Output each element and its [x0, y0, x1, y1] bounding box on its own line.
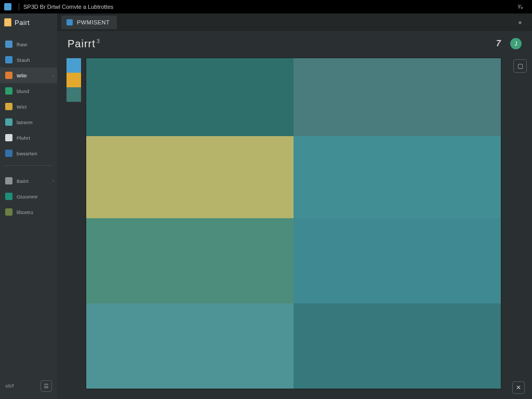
sidebar-icon-6 — [5, 134, 12, 141]
user-avatar[interactable]: J — [510, 38, 522, 49]
sidebar-icon-3 — [5, 87, 12, 95]
paint-app-icon — [4, 18, 11, 26]
sidebar-item-g2-1[interactable]: Gtoommr — [0, 189, 57, 204]
canvas-cell — [294, 303, 501, 389]
chevron-right-icon: › — [52, 179, 54, 183]
sidebar-item-label: Wict — [17, 104, 26, 110]
canvas-cell — [86, 303, 294, 389]
sidebar-item-label: Wlitr — [17, 73, 27, 78]
canvas-cell — [86, 58, 294, 136]
canvas-cell — [86, 136, 294, 218]
sidebar-icon-g2-0 — [5, 177, 12, 184]
window-title-text: SP3D Br Drtwl Comvte a Lubtrottes — [23, 4, 113, 10]
swatch-0[interactable] — [66, 58, 81, 73]
sidebar-icon-4 — [5, 103, 12, 110]
canvas[interactable] — [86, 58, 501, 389]
canvas-cell — [294, 136, 501, 218]
sidebar-item-label: Gtoommr — [17, 194, 38, 200]
sidebar-item-label: Stauh — [17, 57, 30, 63]
sidebar-divider — [4, 165, 53, 166]
bottom-right-status: ✕ — [512, 381, 525, 394]
tab-label: PWMISENT — [77, 19, 110, 25]
sidebar-group-primary: lhaw Stauh Wlitr › ldund Wict latrerm — [0, 36, 57, 161]
sidebar-app-header[interactable]: Pairt — [0, 14, 57, 31]
sidebar-item-label: latrerm — [17, 119, 33, 125]
avatar-initial: J — [515, 41, 517, 47]
sidebar-icon-1 — [5, 56, 12, 63]
workspace: ▢ ✕ — [57, 56, 532, 399]
sidebar: Pairt lhaw Stauh Wlitr › ldund Wi — [0, 14, 57, 399]
save-icon: ▢ — [517, 62, 523, 70]
sidebar-item-label: Pluhrt — [17, 135, 30, 141]
share-icon[interactable]: 7 — [496, 39, 501, 48]
sidebar-item-7[interactable]: bwssrten — [0, 145, 57, 161]
sidebar-item-4[interactable]: Wict — [0, 99, 57, 114]
sidebar-icon-g2-2 — [5, 208, 12, 216]
app-system-icon — [4, 3, 11, 10]
sidebar-item-label: Baiirt — [17, 178, 29, 184]
sidebar-item-6[interactable]: Pluhrt — [0, 130, 57, 145]
titlebar-divider — [19, 3, 19, 10]
window-controls-hint: ³⁄₄ — [518, 4, 533, 10]
close-icon: ✕ — [516, 384, 521, 391]
sidebar-icon-g2-1 — [5, 193, 12, 200]
color-swatch-column — [66, 58, 83, 399]
swatch-1[interactable] — [66, 73, 81, 87]
sidebar-app-label: Pairt — [15, 19, 30, 26]
sidebar-icon-0 — [5, 41, 12, 48]
window-titlebar: SP3D Br Drtwl Comvte a Lubtrottes ³⁄₄ — [0, 0, 532, 14]
document-icon — [66, 19, 73, 25]
save-button[interactable]: ▢ — [513, 59, 527, 73]
canvas-cell — [86, 218, 294, 303]
sidebar-group-secondary: Baiirt › Gtoommr liltcetro — [0, 173, 57, 220]
sidebar-item-label: lhaw — [17, 42, 27, 47]
document-title: Pairrt3 — [68, 38, 100, 50]
list-icon: ☰ — [44, 383, 49, 390]
canvas-cell — [294, 218, 501, 303]
sidebar-icon-2 — [5, 72, 12, 79]
sidebar-item-1[interactable]: Stauh — [0, 52, 57, 68]
document-header: Pairrt3 7 J — [57, 31, 532, 56]
tabstrip: PWMISENT ≡ — [57, 14, 532, 31]
sidebar-item-g2-2[interactable]: liltcetro — [0, 204, 57, 220]
sidebar-icon-7 — [5, 150, 12, 157]
sidebar-item-2[interactable]: Wlitr › — [0, 68, 57, 83]
document-title-text: Pairrt — [68, 38, 96, 49]
tab-menu-icon[interactable]: ≡ — [518, 20, 522, 25]
document-title-sup: 3 — [97, 38, 100, 44]
sidebar-icon-5 — [5, 118, 12, 126]
sidebar-settings-button[interactable]: ☰ — [41, 380, 52, 392]
sidebar-item-label: liltcetro — [17, 209, 33, 215]
close-panel-button[interactable]: ✕ — [512, 381, 525, 394]
tab-current[interactable]: PWMISENT — [61, 16, 117, 29]
sidebar-footer: s8i/f ☰ — [0, 375, 57, 399]
sidebar-item-3[interactable]: ldund — [0, 83, 57, 99]
sidebar-item-label: bwssrten — [17, 151, 37, 156]
right-toolbar: ▢ — [513, 59, 527, 73]
chevron-right-icon: › — [52, 73, 54, 78]
sidebar-footer-text: s8i/f — [5, 383, 14, 389]
sidebar-item-g2-0[interactable]: Baiirt › — [0, 173, 57, 189]
sidebar-item-5[interactable]: latrerm — [0, 114, 57, 130]
main-area: PWMISENT ≡ Pairrt3 7 J — [57, 14, 532, 399]
sidebar-item-0[interactable]: lhaw — [0, 36, 57, 52]
sidebar-item-label: ldund — [17, 88, 29, 94]
tabstrip-actions: ≡ — [518, 20, 532, 25]
canvas-cell — [294, 58, 501, 136]
swatch-2[interactable] — [66, 87, 81, 102]
